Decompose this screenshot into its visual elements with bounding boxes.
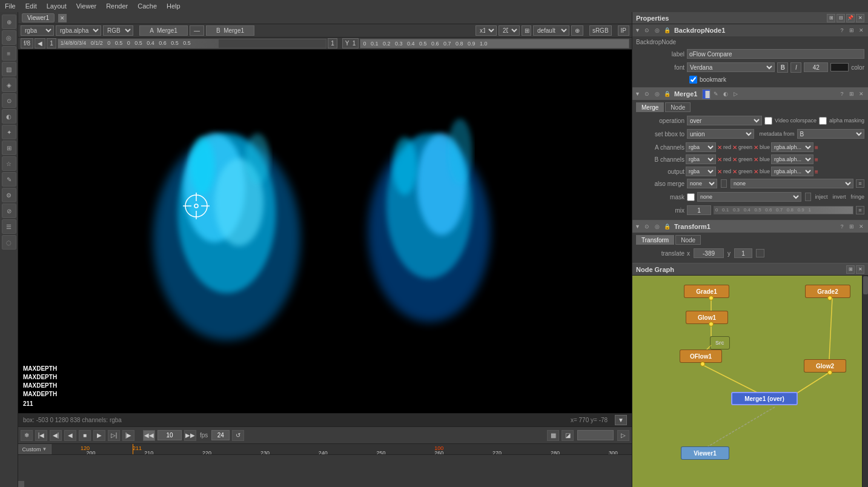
- timeline-loop-btn[interactable]: ↺: [232, 430, 244, 441]
- toolbar-btn-8[interactable]: ✦: [2, 125, 16, 139]
- tab-merge[interactable]: Merge: [636, 102, 664, 112]
- view-opts[interactable]: Y 1: [342, 38, 359, 48]
- tab-node[interactable]: Node: [665, 102, 691, 112]
- ip-btn[interactable]: IP: [618, 25, 629, 36]
- bbox-select[interactable]: union: [687, 129, 754, 139]
- zoom-frame[interactable]: 1: [328, 38, 337, 48]
- b-blue-x[interactable]: ✕: [754, 156, 758, 163]
- backdrop-expand-btn[interactable]: ⊞: [847, 26, 856, 35]
- transform1-icon-2[interactable]: ◎: [653, 222, 661, 231]
- transform1-close[interactable]: ✕: [857, 222, 866, 231]
- b-alpha-select[interactable]: rgba.alph...: [771, 154, 813, 164]
- mask-toggle[interactable]: [805, 193, 811, 201]
- merge1-help-btn[interactable]: ?: [838, 90, 846, 98]
- merge1-icon-3[interactable]: 🔒: [663, 90, 672, 98]
- backdrop-icon-3[interactable]: 🔒: [663, 26, 672, 35]
- menu-edit[interactable]: Edit: [25, 2, 37, 10]
- frame-num[interactable]: 1: [47, 38, 56, 48]
- panel-btn-2[interactable]: ⊟: [837, 14, 845, 22]
- toolbar-btn-10[interactable]: ☆: [2, 156, 16, 171]
- mask-select[interactable]: none: [697, 192, 801, 202]
- mix-slider[interactable]: 0 0.1 0.3 0.4 0.5 0.6 0.7 0.8 0.9 1: [714, 206, 853, 214]
- out-alpha-x[interactable]: ≡: [815, 168, 818, 175]
- timeline-frame-input[interactable]: 10: [157, 430, 182, 440]
- viewer1-tab[interactable]: Viewer1: [22, 13, 55, 22]
- menu-render[interactable]: Render: [106, 2, 128, 10]
- timeline-snow-btn[interactable]: ❄: [21, 430, 33, 441]
- timeline-track[interactable]: [18, 455, 632, 487]
- also-merge-select1[interactable]: none: [687, 179, 717, 188]
- merge1-btn4[interactable]: ▷: [731, 90, 740, 98]
- font-italic-btn[interactable]: I: [790, 62, 801, 73]
- timeline-stop-btn[interactable]: ■: [79, 430, 91, 441]
- a-alpha-x[interactable]: ≡: [815, 144, 818, 151]
- timeline-scroll-handle[interactable]: [18, 481, 24, 487]
- tab-transform-node[interactable]: Node: [675, 235, 701, 245]
- b-green-x[interactable]: ✕: [732, 156, 737, 163]
- also-merge-toggle[interactable]: [721, 179, 727, 188]
- custom-dropdown[interactable]: Custom ▼: [18, 444, 51, 454]
- frame-nav-prev[interactable]: f/8: [21, 38, 33, 48]
- transform1-header[interactable]: ▼ ⊙ ◎ 🔒 Transform1 ? ⊞ ✕: [632, 220, 868, 233]
- mode-select[interactable]: 2D: [499, 25, 520, 36]
- toolbar-btn-6[interactable]: ⊙: [2, 93, 16, 108]
- merge1-expand-btn[interactable]: ⊞: [847, 90, 856, 98]
- menu-help[interactable]: Help: [167, 2, 181, 10]
- menu-layout[interactable]: Layout: [47, 2, 67, 10]
- mix-btn[interactable]: ≡: [856, 206, 864, 214]
- transform1-expand[interactable]: ⊞: [847, 222, 856, 231]
- font-bold-btn[interactable]: B: [777, 62, 788, 73]
- toolbar-btn-4[interactable]: ▧: [2, 62, 16, 76]
- also-merge-select2[interactable]: none: [731, 179, 853, 188]
- ng-close-btn[interactable]: ✕: [856, 265, 864, 274]
- label-prop-input[interactable]: [687, 49, 864, 59]
- frame-back[interactable]: ◀: [35, 38, 45, 48]
- menu-file[interactable]: File: [5, 2, 16, 10]
- status-dropdown-btn[interactable]: ▼: [615, 415, 627, 425]
- node-graph-canvas[interactable]: Grade1 Grade2 Glow1 Src OFlow1: [632, 276, 868, 487]
- timeline-first-btn[interactable]: |◀: [35, 430, 47, 441]
- merge1-icon-2[interactable]: ◎: [653, 90, 661, 98]
- toolbar-btn-12[interactable]: ⚙: [2, 188, 16, 202]
- transform1-icon-3[interactable]: 🔒: [663, 222, 672, 231]
- alpha-select[interactable]: rgba.alpha: [56, 25, 101, 36]
- panel-close[interactable]: ✕: [856, 14, 864, 22]
- backdrop-help-btn[interactable]: ?: [838, 26, 846, 35]
- toolbar-btn-14[interactable]: ☰: [2, 219, 16, 234]
- video-colorspace-cb[interactable]: [764, 117, 772, 125]
- b-channels-select[interactable]: rgba: [686, 154, 716, 164]
- timeline-expand-btn[interactable]: ▷: [617, 430, 629, 441]
- a-alpha-select[interactable]: rgba.alph...: [771, 142, 813, 152]
- rgb-select[interactable]: RGB: [103, 25, 133, 36]
- b-red-x[interactable]: ✕: [717, 156, 722, 163]
- backdrop-icon-1[interactable]: ⊙: [643, 26, 651, 35]
- timeline-icon1[interactable]: ▦: [547, 430, 559, 441]
- merge-a-btn[interactable]: A Merge1: [139, 25, 188, 36]
- out-red-x[interactable]: ✕: [717, 168, 722, 175]
- timeline-play-btn[interactable]: ▶: [93, 430, 105, 441]
- a-blue-x[interactable]: ✕: [754, 144, 758, 151]
- timeline-icon2[interactable]: ◪: [562, 430, 574, 441]
- font-color-swatch[interactable]: [830, 63, 849, 71]
- mask-checkbox[interactable]: [687, 193, 695, 201]
- out-blue-x[interactable]: ✕: [754, 168, 758, 175]
- transform1-icon-1[interactable]: ⊙: [643, 222, 651, 231]
- translate-y-input[interactable]: 1: [734, 248, 752, 258]
- out-green-x[interactable]: ✕: [732, 168, 737, 175]
- lut-options-btn[interactable]: ⊞: [522, 25, 531, 36]
- font-select[interactable]: Verdana: [687, 62, 775, 72]
- toolbar-btn-7[interactable]: ◐: [2, 109, 16, 124]
- output-select[interactable]: rgba: [686, 167, 716, 176]
- merge1-btn3[interactable]: ◐: [721, 90, 730, 98]
- channel-select[interactable]: rgba rgba.alpha RGB: [21, 25, 54, 36]
- fps-input[interactable]: 24: [211, 430, 230, 440]
- timeline-play-fwd-btn[interactable]: ▷|: [108, 430, 120, 441]
- merge1-icon-1[interactable]: ⊙: [643, 90, 651, 98]
- a-green-x[interactable]: ✕: [732, 144, 737, 151]
- metadata-select[interactable]: B: [797, 129, 864, 139]
- translate-x-input[interactable]: -389: [694, 248, 724, 258]
- toolbar-btn-5[interactable]: ◈: [2, 78, 16, 92]
- ng-oflow1-node[interactable]: OFlow1: [680, 350, 722, 363]
- scale-select[interactable]: x1: [475, 25, 497, 36]
- merge-b-btn[interactable]: B Merge1: [206, 25, 254, 36]
